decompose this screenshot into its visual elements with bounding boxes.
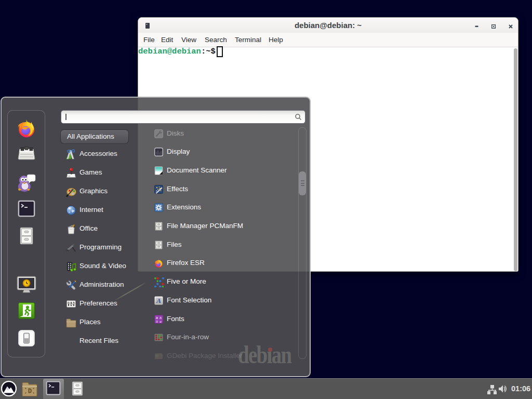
svg-text:a: a — [156, 315, 158, 319]
svg-text:a: a — [156, 319, 158, 323]
svg-text:a: a — [159, 319, 162, 323]
svg-text:a: a — [159, 315, 162, 319]
svg-text:A: A — [156, 297, 161, 304]
